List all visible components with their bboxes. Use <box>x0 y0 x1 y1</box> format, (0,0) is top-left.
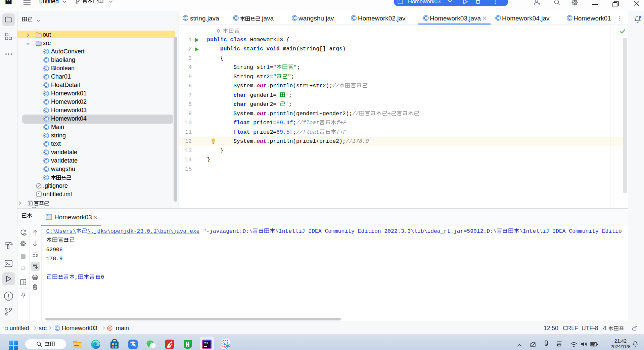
svg-text:IJ: IJ <box>204 342 208 345</box>
svg-text:m: m <box>108 326 111 330</box>
